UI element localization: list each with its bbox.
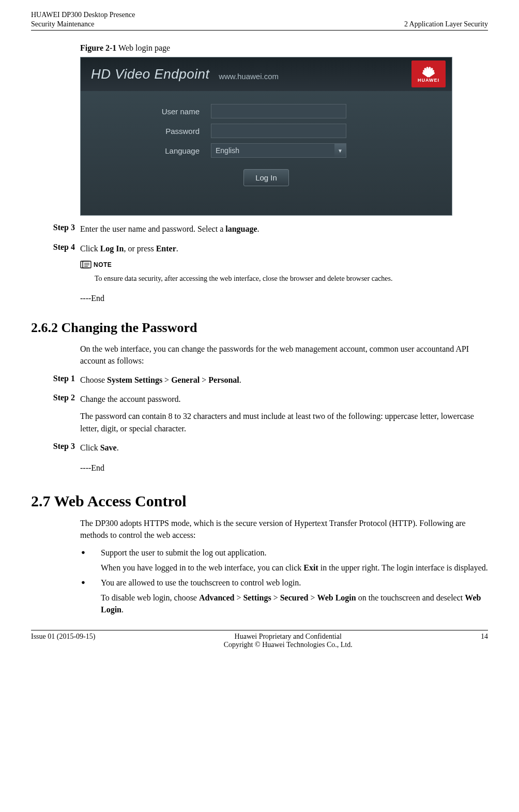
username-label: User name [81,107,211,116]
page-header: HUAWEI DP300 Desktop Presence Security M… [31,10,488,31]
s262-step2-body: Change the account password. The passwor… [80,393,488,434]
login-panel: HD Video Endpoint www.huawei.com HUAWEI [80,57,452,216]
login-button[interactable]: Log In [243,169,289,186]
login-product-title: HD Video Endpoint [91,66,209,82]
step4-body: Click Log In, or press Enter. NOTE To en… [80,243,488,305]
language-value: English [211,146,239,155]
note-text: To ensure data security, after accessing… [95,274,488,284]
username-input[interactable] [211,104,346,118]
language-label: Language [81,146,211,155]
password-label: Password [81,127,211,136]
header-title-line2: Security Maintenance [31,20,135,29]
end-marker-2: ----End [80,462,488,474]
s262-step2-label: Step 2 [31,393,80,434]
header-title-line1: HUAWEI DP300 Desktop Presence [31,10,135,20]
language-select[interactable]: English ▼ [211,143,346,158]
header-chapter: 2 Application Layer Security [404,20,488,29]
page-footer: Issue 01 (2015-09-15) Huawei Proprietary… [31,630,488,649]
end-marker: ----End [80,292,488,304]
bullet-list: Support the user to submit the log out a… [80,547,488,616]
section-27-intro: The DP300 adopts HTTPS mode, which is th… [80,517,488,541]
password-input[interactable] [211,124,346,138]
note-label: NOTE [94,261,112,269]
chevron-down-icon: ▼ [334,144,346,157]
huawei-logo: HUAWEI [411,61,446,87]
heading-27: 2.7 Web Access Control [31,492,488,510]
s262-step1-body: Choose System Settings > General > Perso… [80,374,488,386]
heading-262: 2.6.2 Changing the Password [31,320,488,336]
bullet-1: Support the user to submit the log out a… [80,547,488,574]
footer-copyright: Copyright © Huawei Technologies Co., Ltd… [95,641,481,649]
footer-proprietary: Huawei Proprietary and Confidential [95,633,481,641]
login-form: User name Password Language English ▼ Lo… [81,104,452,186]
s262-step3-label: Step 3 [31,442,80,474]
login-topbar: HD Video Endpoint www.huawei.com HUAWEI [81,57,452,91]
note-block: NOTE [80,261,488,269]
figure-caption: Figure 2-1 Web login page [80,43,488,53]
figure-label: Figure 2-1 [80,43,116,52]
figure-title: Web login page [118,43,170,52]
huawei-logo-text: HUAWEI [418,78,439,83]
footer-page-number: 14 [481,633,488,641]
footer-issue: Issue 01 (2015-09-15) [31,633,95,641]
login-url: www.huawei.com [219,72,279,81]
step3-body: Enter the user name and password. Select… [80,223,488,235]
s262-step1-label: Step 1 [31,374,80,386]
s262-step3-body: Click Save. ----End [80,442,488,474]
bullet-2: You are allowed to use the touchscreen t… [80,577,488,616]
section-262-intro: On the web interface, you can change the… [80,343,488,367]
note-icon [80,261,91,269]
step4-label: Step 4 [31,243,80,305]
huawei-logo-icon [420,65,437,77]
step3-label: Step 3 [31,223,80,235]
